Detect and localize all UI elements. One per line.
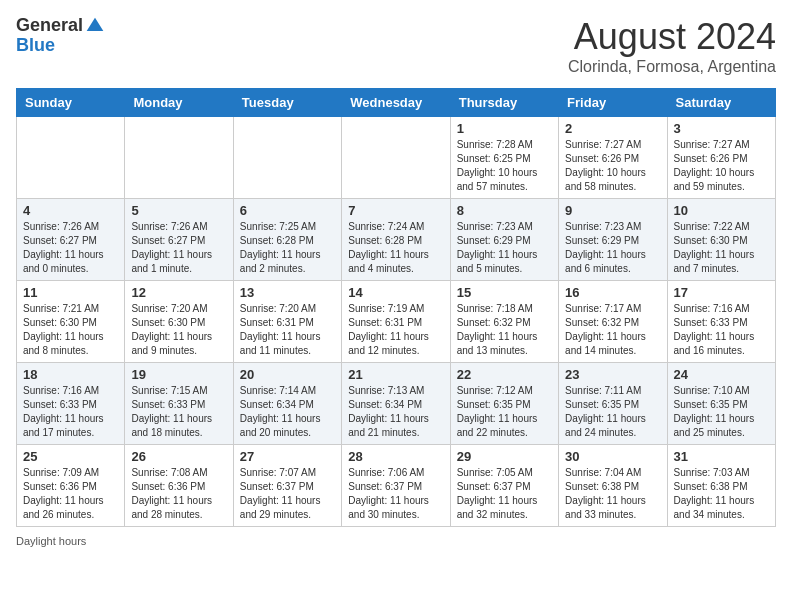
day-info: Sunrise: 7:18 AM Sunset: 6:32 PM Dayligh… (457, 302, 552, 358)
day-number: 22 (457, 367, 552, 382)
calendar-cell: 7Sunrise: 7:24 AM Sunset: 6:28 PM Daylig… (342, 199, 450, 281)
day-number: 9 (565, 203, 660, 218)
day-number: 31 (674, 449, 769, 464)
calendar-cell: 22Sunrise: 7:12 AM Sunset: 6:35 PM Dayli… (450, 363, 558, 445)
day-info: Sunrise: 7:07 AM Sunset: 6:37 PM Dayligh… (240, 466, 335, 522)
calendar-cell: 5Sunrise: 7:26 AM Sunset: 6:27 PM Daylig… (125, 199, 233, 281)
header-friday: Friday (559, 89, 667, 117)
day-info: Sunrise: 7:23 AM Sunset: 6:29 PM Dayligh… (565, 220, 660, 276)
calendar-cell: 14Sunrise: 7:19 AM Sunset: 6:31 PM Dayli… (342, 281, 450, 363)
calendar-cell: 23Sunrise: 7:11 AM Sunset: 6:35 PM Dayli… (559, 363, 667, 445)
day-number: 15 (457, 285, 552, 300)
day-info: Sunrise: 7:14 AM Sunset: 6:34 PM Dayligh… (240, 384, 335, 440)
calendar-cell: 6Sunrise: 7:25 AM Sunset: 6:28 PM Daylig… (233, 199, 341, 281)
day-number: 30 (565, 449, 660, 464)
calendar-body: 1Sunrise: 7:28 AM Sunset: 6:25 PM Daylig… (17, 117, 776, 527)
day-number: 26 (131, 449, 226, 464)
calendar-week-3: 11Sunrise: 7:21 AM Sunset: 6:30 PM Dayli… (17, 281, 776, 363)
day-info: Sunrise: 7:04 AM Sunset: 6:38 PM Dayligh… (565, 466, 660, 522)
day-number: 18 (23, 367, 118, 382)
day-number: 2 (565, 121, 660, 136)
location-subtitle: Clorinda, Formosa, Argentina (568, 58, 776, 76)
calendar-cell: 17Sunrise: 7:16 AM Sunset: 6:33 PM Dayli… (667, 281, 775, 363)
calendar-cell: 31Sunrise: 7:03 AM Sunset: 6:38 PM Dayli… (667, 445, 775, 527)
calendar-cell: 8Sunrise: 7:23 AM Sunset: 6:29 PM Daylig… (450, 199, 558, 281)
calendar-cell: 4Sunrise: 7:26 AM Sunset: 6:27 PM Daylig… (17, 199, 125, 281)
footer-note: Daylight hours (16, 535, 776, 547)
logo-general-text: General (16, 16, 83, 36)
day-info: Sunrise: 7:03 AM Sunset: 6:38 PM Dayligh… (674, 466, 769, 522)
day-number: 16 (565, 285, 660, 300)
logo-blue-text: Blue (16, 36, 105, 56)
day-info: Sunrise: 7:24 AM Sunset: 6:28 PM Dayligh… (348, 220, 443, 276)
day-number: 17 (674, 285, 769, 300)
calendar-cell: 19Sunrise: 7:15 AM Sunset: 6:33 PM Dayli… (125, 363, 233, 445)
day-info: Sunrise: 7:26 AM Sunset: 6:27 PM Dayligh… (23, 220, 118, 276)
calendar-cell: 28Sunrise: 7:06 AM Sunset: 6:37 PM Dayli… (342, 445, 450, 527)
header-sunday: Sunday (17, 89, 125, 117)
day-number: 10 (674, 203, 769, 218)
day-info: Sunrise: 7:08 AM Sunset: 6:36 PM Dayligh… (131, 466, 226, 522)
calendar-cell (17, 117, 125, 199)
logo: General Blue (16, 16, 105, 56)
title-area: August 2024 Clorinda, Formosa, Argentina (568, 16, 776, 76)
day-number: 23 (565, 367, 660, 382)
day-info: Sunrise: 7:15 AM Sunset: 6:33 PM Dayligh… (131, 384, 226, 440)
calendar-cell: 15Sunrise: 7:18 AM Sunset: 6:32 PM Dayli… (450, 281, 558, 363)
calendar-cell: 16Sunrise: 7:17 AM Sunset: 6:32 PM Dayli… (559, 281, 667, 363)
day-number: 3 (674, 121, 769, 136)
day-info: Sunrise: 7:11 AM Sunset: 6:35 PM Dayligh… (565, 384, 660, 440)
calendar-cell: 3Sunrise: 7:27 AM Sunset: 6:26 PM Daylig… (667, 117, 775, 199)
calendar-week-2: 4Sunrise: 7:26 AM Sunset: 6:27 PM Daylig… (17, 199, 776, 281)
calendar-header: Sunday Monday Tuesday Wednesday Thursday… (17, 89, 776, 117)
calendar-cell: 9Sunrise: 7:23 AM Sunset: 6:29 PM Daylig… (559, 199, 667, 281)
day-info: Sunrise: 7:09 AM Sunset: 6:36 PM Dayligh… (23, 466, 118, 522)
day-info: Sunrise: 7:16 AM Sunset: 6:33 PM Dayligh… (23, 384, 118, 440)
calendar-cell: 20Sunrise: 7:14 AM Sunset: 6:34 PM Dayli… (233, 363, 341, 445)
day-info: Sunrise: 7:16 AM Sunset: 6:33 PM Dayligh… (674, 302, 769, 358)
day-info: Sunrise: 7:05 AM Sunset: 6:37 PM Dayligh… (457, 466, 552, 522)
day-info: Sunrise: 7:22 AM Sunset: 6:30 PM Dayligh… (674, 220, 769, 276)
calendar-cell: 11Sunrise: 7:21 AM Sunset: 6:30 PM Dayli… (17, 281, 125, 363)
calendar-cell: 27Sunrise: 7:07 AM Sunset: 6:37 PM Dayli… (233, 445, 341, 527)
calendar-cell: 18Sunrise: 7:16 AM Sunset: 6:33 PM Dayli… (17, 363, 125, 445)
day-number: 7 (348, 203, 443, 218)
day-number: 29 (457, 449, 552, 464)
month-year-title: August 2024 (568, 16, 776, 58)
day-number: 28 (348, 449, 443, 464)
calendar-cell: 26Sunrise: 7:08 AM Sunset: 6:36 PM Dayli… (125, 445, 233, 527)
day-info: Sunrise: 7:23 AM Sunset: 6:29 PM Dayligh… (457, 220, 552, 276)
calendar-cell: 2Sunrise: 7:27 AM Sunset: 6:26 PM Daylig… (559, 117, 667, 199)
day-number: 12 (131, 285, 226, 300)
day-info: Sunrise: 7:21 AM Sunset: 6:30 PM Dayligh… (23, 302, 118, 358)
logo-icon (85, 16, 105, 36)
day-number: 4 (23, 203, 118, 218)
day-info: Sunrise: 7:20 AM Sunset: 6:30 PM Dayligh… (131, 302, 226, 358)
day-number: 19 (131, 367, 226, 382)
day-number: 5 (131, 203, 226, 218)
calendar-cell (125, 117, 233, 199)
calendar-cell (233, 117, 341, 199)
calendar-cell: 1Sunrise: 7:28 AM Sunset: 6:25 PM Daylig… (450, 117, 558, 199)
day-number: 24 (674, 367, 769, 382)
day-info: Sunrise: 7:28 AM Sunset: 6:25 PM Dayligh… (457, 138, 552, 194)
day-info: Sunrise: 7:19 AM Sunset: 6:31 PM Dayligh… (348, 302, 443, 358)
calendar-cell: 25Sunrise: 7:09 AM Sunset: 6:36 PM Dayli… (17, 445, 125, 527)
calendar-week-1: 1Sunrise: 7:28 AM Sunset: 6:25 PM Daylig… (17, 117, 776, 199)
day-number: 6 (240, 203, 335, 218)
day-number: 14 (348, 285, 443, 300)
calendar-cell: 12Sunrise: 7:20 AM Sunset: 6:30 PM Dayli… (125, 281, 233, 363)
day-number: 13 (240, 285, 335, 300)
day-number: 8 (457, 203, 552, 218)
day-info: Sunrise: 7:26 AM Sunset: 6:27 PM Dayligh… (131, 220, 226, 276)
header-saturday: Saturday (667, 89, 775, 117)
day-number: 25 (23, 449, 118, 464)
daylight-label: Daylight hours (16, 535, 86, 547)
header: General Blue August 2024 Clorinda, Formo… (16, 16, 776, 76)
day-info: Sunrise: 7:20 AM Sunset: 6:31 PM Dayligh… (240, 302, 335, 358)
calendar-table: Sunday Monday Tuesday Wednesday Thursday… (16, 88, 776, 527)
day-info: Sunrise: 7:13 AM Sunset: 6:34 PM Dayligh… (348, 384, 443, 440)
day-number: 11 (23, 285, 118, 300)
day-header-row: Sunday Monday Tuesday Wednesday Thursday… (17, 89, 776, 117)
day-info: Sunrise: 7:06 AM Sunset: 6:37 PM Dayligh… (348, 466, 443, 522)
